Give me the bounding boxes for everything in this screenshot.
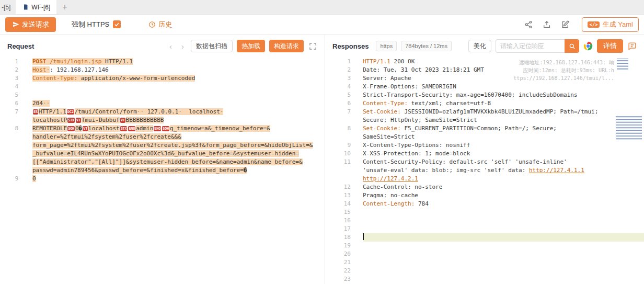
details-button[interactable]: 详情 [597,39,623,53]
line-number [0,141,32,150]
toolbar-right-group: </> 生成 Yaml [524,17,639,32]
code-line[interactable]: 1HTTP/1.1 200 OK [325,58,644,66]
code-line[interactable]: 5 [0,91,325,99]
code-text: POST /tmui/login.jsp HTTP/1.1 [32,58,325,66]
code-line[interactable]: 8Set-Cookie: F5_CURRENT_PARTITION=Common… [325,124,644,133]
checkbox-checked-icon[interactable] [113,20,121,28]
code-text [363,250,644,258]
code-line[interactable]: 9X-Content-Type-Options: nosniff [325,141,644,150]
code-line[interactable]: 10X-XSS-Protection: 1; mode=block [325,150,644,158]
code-line[interactable]: passwd=admin789456&passwd_before=&finish… [0,166,325,175]
request-panel: Request ‹ › 数据包扫描 热加载 构造请求 1POST /tmui/l… [0,35,325,284]
history-button[interactable]: 历史 [148,20,172,29]
code-line[interactable]: 'unsafe-eval' data: blob:; img-src 'self… [325,166,644,175]
code-text: Pragma: no-cache [363,191,644,200]
control-char-badge: STX [67,118,75,123]
code-line[interactable]: 3Content-Type: application/x-www-form-ur… [0,74,325,83]
line-number [325,175,363,183]
code-line[interactable]: handler=%2ftmui%2fsystem%2fuser%2fcreate… [0,133,325,141]
code-line[interactable]: 3Server: Apache [325,74,644,83]
construct-request-button[interactable]: 构造请求 [269,40,304,52]
line-number: 3 [0,74,32,83]
expand-icon[interactable] [308,41,317,51]
code-line[interactable]: 16 [325,217,644,225]
code-line[interactable]: 4X-Frame-Options: SAMEORIGIN [325,83,644,91]
request-title: Request [7,42,34,50]
code-line[interactable]: 8REMOTEROLESOH0�VTlocalhostSTXENQadminEN… [0,124,325,133]
code-line[interactable]: Secure; HttpOnly; SameSite=Strict [325,116,644,124]
control-char-badge: ENQ [154,126,161,131]
response-editor[interactable]: 远端地址:192.168.127.146:443: 响 应时间:12ms: 总耗… [325,58,644,284]
line-number: 5 [0,91,32,99]
code-line[interactable]: 6204·· [0,99,325,108]
request-editor[interactable]: 1POST /tmui/login.jsp HTTP/1.12Host·: 19… [0,58,325,284]
force-https-toggle[interactable]: 强制 HTTPS [72,20,121,29]
chevron-right-icon[interactable]: › [179,42,187,51]
code-line[interactable]: 22 [325,267,644,275]
code-line[interactable]: 7Set-Cookie: JSESSIONID=ozlafg1mTMVKXkbk… [325,108,644,116]
code-line[interactable]: 19 [325,242,644,250]
code-line[interactable]: 12Cache-Control: no-store [325,183,644,191]
code-line[interactable]: _bufvalue=eIL4RUnSwXYoPUIOGcOFx2o00Xc%3d… [0,150,325,158]
export-icon[interactable] [542,20,551,29]
share-icon[interactable] [524,20,533,29]
code-line[interactable]: 18 [325,233,644,242]
comment-icon[interactable] [627,41,637,51]
code-text: Content-Type: text/xml; charset=utf-8 [363,99,644,108]
code-line[interactable]: 15 [325,208,644,217]
tab-fuzzer-5[interactable]: -[5] [0,0,16,14]
code-line[interactable]: 90 [0,175,325,183]
code-line[interactable]: 7ESHTTP/1.1DC2/tmui/Control/form·· 127.0… [0,108,325,116]
line-number: 6 [0,99,32,108]
line-number: 7 [0,108,32,116]
code-line[interactable]: 17 [325,225,644,233]
code-line[interactable]: 11Content-Security-Policy: default-src '… [325,158,644,166]
code-line[interactable]: 4 [0,83,325,91]
line-number: 6 [325,99,363,108]
line-number [325,116,363,124]
code-line[interactable]: 13Pragma: no-cache [325,191,644,200]
code-line[interactable]: localhostPSTXVTTmui-DubbufVTBBBBBBBBBBB [0,116,325,124]
control-char-badge: SOH [67,126,75,131]
code-line[interactable]: form_page=%2ftmui%2fsystem%2fuser%2fcrea… [0,141,325,150]
tab-fuzzer-6[interactable]: WF-[6] [16,0,56,14]
code-line[interactable]: 2Date: Tue, 31 Oct 2023 21:18:21 GMT [325,66,644,74]
line-number: 1 [325,58,363,66]
code-text: Cache-Control: no-store [363,183,644,191]
control-char-badge: STX [120,126,128,131]
hot-reload-button[interactable]: 热加载 [237,40,265,52]
code-line[interactable]: 23 [325,275,644,283]
code-text: Content-Length: 784 [363,200,644,208]
code-line[interactable]: 14Content-Length: 784 [325,200,644,208]
code-line[interactable]: 1POST /tmui/login.jsp HTTP/1.1 [0,58,325,66]
chrome-browser-icon[interactable] [583,41,593,51]
minimap-block [616,116,642,141]
code-line[interactable]: 21 [325,258,644,267]
code-line[interactable]: http://127.4.2.1 [325,175,644,183]
search-input[interactable] [496,39,565,53]
code-line[interactable]: 2Host·: 192.168.127.146 [0,66,325,74]
code-text: 0 [32,175,325,183]
code-text: ESHTTP/1.1DC2/tmui/Control/form·· 127.0.… [32,108,325,116]
code-line[interactable]: 6Content-Type: text/xml; charset=utf-8 [325,99,644,108]
code-line[interactable]: 5Strict-Transport-Security: max-age=1607… [325,91,644,99]
code-line[interactable]: [["Administrator","[All]"]]&systemuser-h… [0,158,325,166]
control-char-badge: SOH [162,126,169,131]
add-tab-button[interactable]: + [56,0,73,14]
control-char-badge: VT [83,126,88,131]
search-button[interactable] [565,39,579,53]
line-number: 20 [325,250,363,258]
beautify-button[interactable]: 美化 [468,40,491,52]
code-text: http://127.4.2.1 [363,175,644,183]
generate-yaml-button[interactable]: </> 生成 Yaml [582,17,639,32]
packet-scan-button[interactable]: 数据包扫描 [191,40,233,52]
send-request-button[interactable]: 发送请求 [5,17,56,32]
code-line[interactable]: SameSite=Strict [325,133,644,141]
chevron-left-icon[interactable]: ‹ [167,42,175,51]
file-icon [22,4,29,10]
editor-minimap[interactable] [616,58,644,284]
edit-icon[interactable] [560,20,570,29]
code-line[interactable]: 20 [325,250,644,258]
request-header-actions: ‹ › 数据包扫描 热加载 构造请求 [167,40,317,52]
response-panel: Responses https 784bytes / 12ms 美化 [325,35,644,284]
